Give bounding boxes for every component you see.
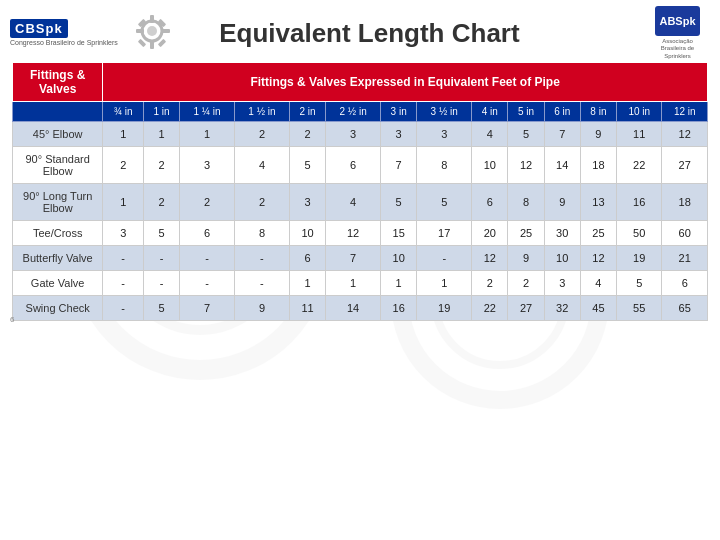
cell-r5-c12: 5 [617,271,662,296]
cell-r6-c4: 11 [289,296,325,321]
cell-r3-c5: 12 [326,221,381,246]
row-label-4: Butterfly Valve [13,246,103,271]
cell-r1-c8: 10 [472,147,508,184]
cell-r3-c6: 15 [381,221,417,246]
size-2: 2 in [289,102,325,122]
cell-r6-c3: 9 [234,296,289,321]
cell-r3-c12: 50 [617,221,662,246]
size-5: 5 in [508,102,544,122]
equivalent-length-table: Fittings & Valves Fittings & Valves Expr… [12,62,708,321]
cell-r4-c13: 21 [662,246,708,271]
cell-r5-c2: - [180,271,235,296]
cell-r5-c8: 2 [472,271,508,296]
cell-r3-c8: 20 [472,221,508,246]
cell-r6-c7: 19 [417,296,472,321]
size-3: 3 in [381,102,417,122]
cell-r5-c13: 6 [662,271,708,296]
svg-rect-7 [150,41,154,49]
size-2-1/2: 2 ½ in [326,102,381,122]
cell-r6-c10: 32 [544,296,580,321]
cbspk-logo: CBSpk Congresso Brasileiro de Sprinklers [10,8,179,58]
cell-r4-c7: - [417,246,472,271]
cell-r1-c0: 2 [103,147,144,184]
table-row: Tee/Cross356810121517202530255060 [13,221,708,246]
table-size-headers: ¾ in 1 in 1 ¼ in 1 ½ in 2 in 2 ½ in 3 in… [13,102,708,122]
cell-r3-c1: 5 [144,221,180,246]
cell-r0-c11: 9 [580,122,616,147]
header: CBSpk Congresso Brasileiro de Sprinklers [0,0,720,62]
cell-r5-c1: - [144,271,180,296]
cell-r3-c0: 3 [103,221,144,246]
cell-r5-c5: 1 [326,271,381,296]
cell-r4-c4: 6 [289,246,325,271]
cbspk-logo-text: CBSpk [10,19,68,38]
abspk-logo: ABSpk AssociaçãoBrasileira deSprinklers [620,8,700,58]
cell-r2-c12: 16 [617,184,662,221]
cell-r0-c3: 2 [234,122,289,147]
cell-r2-c4: 3 [289,184,325,221]
table-row: 90° Standard Elbow22345678101214182227 [13,147,708,184]
cell-r6-c9: 27 [508,296,544,321]
cell-r4-c3: - [234,246,289,271]
cell-r2-c11: 13 [580,184,616,221]
row-label-2: 90° Long Turn Elbow [13,184,103,221]
cell-r1-c10: 14 [544,147,580,184]
cell-r3-c11: 25 [580,221,616,246]
cell-r5-c6: 1 [381,271,417,296]
cell-r5-c9: 2 [508,271,544,296]
table-body: 45° Elbow111223334579111290° Standard El… [13,122,708,321]
cell-r4-c1: - [144,246,180,271]
size-1: 1 in [144,102,180,122]
cell-r0-c10: 7 [544,122,580,147]
row-label-1: 90° Standard Elbow [13,147,103,184]
cell-r0-c8: 4 [472,122,508,147]
cell-r2-c7: 5 [417,184,472,221]
cbspk-subtitle: Congresso Brasileiro de Sprinklers [10,39,118,47]
cell-r0-c7: 3 [417,122,472,147]
cell-r1-c4: 5 [289,147,325,184]
cell-r0-c1: 1 [144,122,180,147]
size-3/4: ¾ in [103,102,144,122]
table-row: Swing Check-57911141619222732455565 [13,296,708,321]
cell-r3-c9: 25 [508,221,544,246]
cell-r0-c5: 3 [326,122,381,147]
cell-r4-c10: 10 [544,246,580,271]
cell-r2-c5: 4 [326,184,381,221]
cell-r1-c7: 8 [417,147,472,184]
abspk-logo-text: ABSpk [659,15,695,27]
cell-r2-c2: 2 [180,184,235,221]
cell-r5-c4: 1 [289,271,325,296]
cell-r5-c0: - [103,271,144,296]
table-header-row: Fittings & Valves Fittings & Valves Expr… [13,63,708,102]
cell-r5-c3: - [234,271,289,296]
row-label-3: Tee/Cross [13,221,103,246]
table-container: Fittings & Valves Fittings & Valves Expr… [0,62,720,329]
svg-rect-8 [136,29,144,33]
cell-r1-c1: 2 [144,147,180,184]
cell-r4-c0: - [103,246,144,271]
cell-r2-c6: 5 [381,184,417,221]
size-8: 8 in [580,102,616,122]
cell-r1-c6: 7 [381,147,417,184]
cell-r6-c0: - [103,296,144,321]
cell-r0-c4: 2 [289,122,325,147]
cell-r6-c6: 16 [381,296,417,321]
cell-r3-c13: 60 [662,221,708,246]
row-label-6: Swing Check [13,296,103,321]
footer-note: 6 [10,315,14,324]
cell-r4-c12: 19 [617,246,662,271]
cell-r1-c12: 22 [617,147,662,184]
svg-rect-6 [150,15,154,23]
cell-r3-c7: 17 [417,221,472,246]
cell-r1-c13: 27 [662,147,708,184]
header-fittings-valves: Fittings & Valves [13,63,103,102]
table-row: Gate Valve----1111223456 [13,271,708,296]
header-expressed: Fittings & Valves Expressed in Equivalen… [103,63,708,102]
size-6: 6 in [544,102,580,122]
table-row: 45° Elbow1112233345791112 [13,122,708,147]
cell-r2-c1: 2 [144,184,180,221]
svg-rect-9 [162,29,170,33]
cell-r0-c13: 12 [662,122,708,147]
cell-r4-c11: 12 [580,246,616,271]
row-label-0: 45° Elbow [13,122,103,147]
